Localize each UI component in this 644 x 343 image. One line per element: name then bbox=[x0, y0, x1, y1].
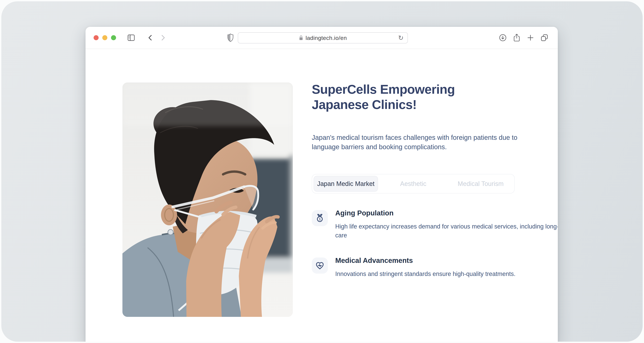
sidebar-toggle-icon[interactable] bbox=[127, 34, 135, 41]
zoom-button[interactable] bbox=[111, 35, 116, 40]
downloads-icon[interactable] bbox=[499, 34, 507, 42]
feature-description: High life expectancy increases demand fo… bbox=[335, 222, 558, 240]
window-controls bbox=[94, 35, 116, 40]
browser-toolbar: ladingtech.io/en ↻ bbox=[86, 27, 558, 49]
hero-description: Japan's medical tourism faces challenges… bbox=[312, 133, 523, 152]
heart-pulse-icon bbox=[312, 258, 328, 274]
page-content: SuperCells Empowering Japanese Clinics! … bbox=[86, 49, 558, 342]
back-icon[interactable] bbox=[147, 34, 154, 41]
feature-title: Medical Advancements bbox=[335, 257, 516, 265]
feature-text: Aging Population High life expectancy in… bbox=[335, 209, 558, 240]
address-bar[interactable]: ladingtech.io/en ↻ bbox=[238, 32, 408, 43]
tab-seg: Medical Tourism bbox=[447, 174, 514, 193]
medal-icon: 1 bbox=[312, 210, 328, 226]
tab-label: Japan Medic Market bbox=[317, 180, 374, 187]
feature-text: Medical Advancements Innovations and str… bbox=[335, 257, 516, 278]
url-text: ladingtech.io/en bbox=[306, 35, 347, 41]
desktop-background: ladingtech.io/en ↻ bbox=[1, 1, 643, 342]
tab-aesthetic[interactable]: Aesthetic bbox=[400, 180, 426, 187]
close-button[interactable] bbox=[94, 35, 98, 40]
feature-title: Aging Population bbox=[335, 209, 558, 217]
svg-text:1: 1 bbox=[319, 217, 321, 221]
minimize-button[interactable] bbox=[102, 35, 107, 40]
new-tab-icon[interactable] bbox=[526, 34, 534, 41]
feature-row-aging-population: 1 Aging Population High life expectancy … bbox=[312, 209, 558, 240]
tab-medical-tourism[interactable]: Medical Tourism bbox=[458, 180, 504, 187]
feature-row-medical-advancements: Medical Advancements Innovations and str… bbox=[312, 257, 558, 278]
privacy-shield-icon[interactable] bbox=[227, 33, 234, 42]
nurse-photo-illustration bbox=[122, 82, 293, 317]
page-title: SuperCells Empowering Japanese Clinics! bbox=[312, 82, 505, 112]
reload-icon[interactable]: ↻ bbox=[397, 34, 404, 41]
feature-description: Innovations and stringent standards ensu… bbox=[335, 270, 516, 278]
hero-column: SuperCells Empowering Japanese Clinics! … bbox=[312, 49, 558, 278]
toolbar-right-icons bbox=[499, 33, 548, 42]
tab-japan-medic-market[interactable]: Japan Medic Market bbox=[314, 176, 378, 192]
share-icon[interactable] bbox=[513, 33, 520, 42]
tab-overview-icon[interactable] bbox=[540, 34, 548, 42]
tab-seg: Aesthetic bbox=[380, 174, 447, 193]
tab-seg: Japan Medic Market bbox=[312, 174, 380, 193]
lock-icon bbox=[299, 35, 303, 41]
hero-photo bbox=[122, 82, 293, 317]
browser-window: ladingtech.io/en ↻ bbox=[86, 27, 558, 342]
forward-icon[interactable] bbox=[160, 34, 166, 41]
segmented-tabs: Japan Medic Market Aesthetic Medical Tou… bbox=[312, 174, 515, 193]
